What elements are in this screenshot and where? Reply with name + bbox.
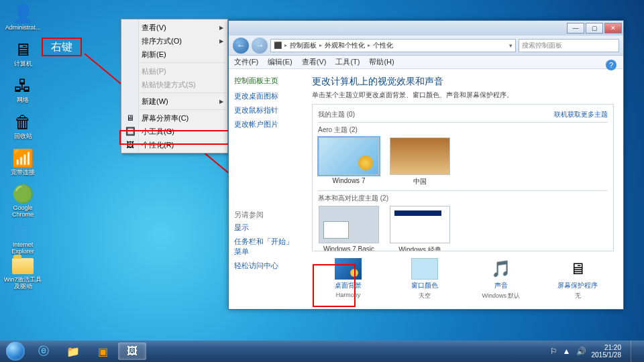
screensaver-icon: 🖥 <box>564 258 591 280</box>
taskbar-explorer[interactable]: 📁 <box>59 343 87 360</box>
recycle-icon: 🗑 <box>12 111 34 133</box>
theme-group-basic: 基本和高对比度主题 (2) <box>318 194 608 203</box>
theme-thumb <box>319 137 379 175</box>
theme-thumb <box>390 206 450 243</box>
nav-back-button[interactable]: ← <box>233 38 249 54</box>
monitor-icon: 🖥 <box>125 113 136 123</box>
window-menubar: 文件(F) 编辑(E) 查看(V) 工具(T) 帮助(H) <box>229 56 623 69</box>
taskbar[interactable]: ⓔ 📁 ▣ 🖼 ⚐ ▲ 🔊 21:20 2015/1/28 <box>0 341 644 362</box>
left-pane: 控制面板主页 更改桌面图标 更改鼠标指针 更改帐户图片 另请参阅 显示 任务栏和… <box>229 69 303 309</box>
chevron-down-icon[interactable]: ▾ <box>509 42 513 49</box>
menu-view[interactable]: 查看(V) <box>302 57 327 67</box>
ctx-paste: 粘贴(P) <box>121 64 227 78</box>
user-icon: 👤 <box>12 3 34 24</box>
link-mouse-pointer[interactable]: 更改鼠标指针 <box>234 105 297 115</box>
annotation-rightclick: 右键 <box>42 38 82 56</box>
maximize-button[interactable]: ▢ <box>586 23 603 34</box>
search-input[interactable]: 搜索控制面板 <box>519 39 619 52</box>
control-panel-icon: ⬛ <box>274 42 282 49</box>
desktop-icon-admin[interactable]: 👤Administrat... <box>3 3 43 36</box>
sound-icon: 🎵 <box>488 258 515 280</box>
ctx-resolution[interactable]: 🖥屏幕分辨率(C) <box>121 111 227 125</box>
link-desktop-icons[interactable]: 更改桌面图标 <box>234 91 297 101</box>
ctx-refresh[interactable]: 刷新(E) <box>121 48 227 61</box>
left-pane-subhead: 另请参阅 <box>234 210 297 220</box>
theme-group-aero: Aero 主题 (2) <box>318 125 608 135</box>
breadcrumb-seg[interactable]: 控制面板 <box>290 41 317 50</box>
chrome-icon: 🟢 <box>12 184 34 204</box>
window-titlebar[interactable]: — ▢ ✕ <box>229 21 623 36</box>
theme-thumb <box>390 137 450 175</box>
computer-icon: 🖥 <box>12 39 34 60</box>
desktop-icon-folder[interactable]: Win7激活工具及驱动 <box>3 256 43 290</box>
theme-classic[interactable]: Windows 经典 <box>389 206 451 251</box>
tray-overflow-icon[interactable]: ▲ <box>563 347 571 356</box>
link-screensaver[interactable]: 🖥屏幕保护程序无 <box>545 258 610 300</box>
nav-forward-button[interactable]: → <box>252 38 268 54</box>
show-desktop-button[interactable] <box>631 341 639 362</box>
desktop-icon-chrome[interactable]: 🟢Google Chrome <box>3 184 43 217</box>
menu-file[interactable]: 文件(F) <box>234 57 258 67</box>
theme-win7-basic[interactable]: Windows 7 Basic <box>318 206 380 251</box>
theme-thumb <box>319 206 379 243</box>
theme-china[interactable]: 中国 <box>389 137 451 186</box>
theme-windows7[interactable]: Windows 7 <box>318 137 380 186</box>
annotation-desktop-background <box>313 264 356 307</box>
link-display[interactable]: 显示 <box>234 223 297 233</box>
ctx-sep <box>140 62 226 63</box>
ie-icon: ⓔ <box>12 220 34 241</box>
folder-icon <box>12 256 34 276</box>
taskbar-ie[interactable]: ⓔ <box>30 343 58 360</box>
minimize-button[interactable]: — <box>567 23 584 34</box>
personalization-window: — ▢ ✕ ← → ⬛ ▸ 控制面板 ▸ 外观和个性化 ▸ 个性化 ▾ 搜索控制… <box>228 20 624 310</box>
ctx-new[interactable]: 新建(W) <box>121 95 227 108</box>
breadcrumb-seg[interactable]: 外观和个性化 <box>325 41 365 50</box>
menu-tools[interactable]: 工具(T) <box>335 57 360 67</box>
desktop-icon-network[interactable]: 🖧网络 <box>3 75 43 109</box>
ctx-paste-shortcut: 粘贴快捷方式(S) <box>121 78 227 91</box>
desktop-icon-recycle[interactable]: 🗑回收站 <box>3 111 43 145</box>
breadcrumb[interactable]: ⬛ ▸ 控制面板 ▸ 外观和个性化 ▸ 个性化 ▾ <box>270 39 516 52</box>
broadband-icon: 📶 <box>12 147 34 169</box>
bottom-links-row: 桌面背景Harmony 窗口颜色天空 🎵声音Windows 默认 🖥屏幕保护程序… <box>312 258 614 300</box>
breadcrumb-seg[interactable]: 个性化 <box>373 41 393 50</box>
desktop-icon-broadband[interactable]: 📶宽带连接 <box>3 147 43 181</box>
menu-help[interactable]: 帮助(H) <box>369 57 394 67</box>
link-more-themes[interactable]: 联机获取更多主题 <box>554 110 608 119</box>
link-ease-access[interactable]: 轻松访问中心 <box>234 261 297 271</box>
ctx-sep <box>140 109 226 110</box>
network-icon: 🖧 <box>12 75 34 97</box>
link-taskbar-start[interactable]: 任务栏和「开始」菜单 <box>234 237 297 257</box>
ctx-sort[interactable]: 排序方式(O) <box>121 34 227 48</box>
taskbar-media[interactable]: ▣ <box>89 343 117 360</box>
ctx-sep <box>140 93 226 93</box>
window-navbar: ← → ⬛ ▸ 控制面板 ▸ 外观和个性化 ▸ 个性化 ▾ 搜索控制面板 <box>229 36 623 56</box>
link-sound[interactable]: 🎵声音Windows 默认 <box>469 258 533 300</box>
theme-group-my: 我的主题 (0)联机获取更多主题 <box>318 110 608 119</box>
windows-orb-icon <box>6 342 25 361</box>
left-pane-heading: 控制面板主页 <box>234 76 297 86</box>
desktop-icons: 👤Administrat... 🖥计算机 🖧网络 🗑回收站 📶宽带连接 🟢Goo… <box>3 3 43 292</box>
link-account-picture[interactable]: 更改帐户图片 <box>234 119 297 129</box>
system-tray: ⚐ ▲ 🔊 21:20 2015/1/28 <box>550 341 641 362</box>
desktop-icon-computer[interactable]: 🖥计算机 <box>3 39 43 72</box>
taskbar-clock[interactable]: 21:20 2015/1/28 <box>592 344 622 359</box>
link-window-color[interactable]: 窗口颜色天空 <box>392 258 457 300</box>
ctx-view[interactable]: 查看(V) <box>121 21 227 34</box>
tray-flag-icon[interactable]: ⚐ <box>550 347 557 356</box>
start-button[interactable] <box>3 341 28 361</box>
annotation-ctx-personalize <box>119 130 229 145</box>
themes-container: 我的主题 (0)联机获取更多主题 Aero 主题 (2) Windows 7 中… <box>312 104 614 251</box>
page-subtitle: 单击某个主题立即更改桌面背景、窗口颜色、声音和屏幕保护程序。 <box>312 90 614 100</box>
tray-volume-icon[interactable]: 🔊 <box>576 347 586 356</box>
close-button[interactable]: ✕ <box>604 23 622 34</box>
desktop-icon-ie[interactable]: ⓔInternet Explorer <box>3 220 43 253</box>
page-title: 更改计算机上的视觉效果和声音 <box>312 76 614 88</box>
window-color-icon <box>411 258 438 280</box>
menu-edit[interactable]: 编辑(E) <box>268 57 292 67</box>
taskbar-personalization[interactable]: 🖼 <box>118 343 146 360</box>
